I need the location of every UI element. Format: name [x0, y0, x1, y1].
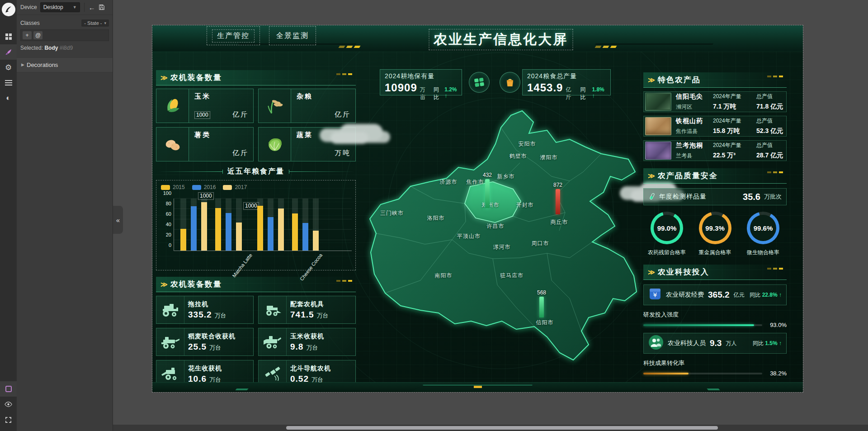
- decor-dashes-icon: [767, 268, 783, 270]
- machine-value: 335.2: [188, 310, 212, 320]
- machinery-panel-2-header: ≫ 农机装备数量: [156, 277, 356, 292]
- bar-fill: [191, 206, 197, 251]
- map-city-label: 商丘市: [551, 218, 568, 226]
- tractor-icon: [156, 296, 184, 323]
- machine-name: 花生收获机: [188, 365, 250, 373]
- y-axis-tick: 40: [166, 222, 174, 227]
- at-rule-button[interactable]: @: [33, 31, 42, 39]
- panel-collapse-button[interactable]: «: [113, 206, 123, 234]
- add-class-button[interactable]: +: [23, 31, 32, 39]
- selected-element-id: #i8d9: [60, 45, 73, 51]
- bar: [292, 199, 298, 251]
- legend-item[interactable]: 2016: [192, 184, 216, 190]
- crop-bottom: 万吨: [297, 149, 351, 157]
- product-value-col: 总产值52.3 亿元: [756, 117, 783, 135]
- visibility-eye-icon[interactable]: [0, 397, 17, 412]
- crop-card: 杂粮亿斤: [258, 89, 356, 123]
- contrast-theme-icon[interactable]: ◐: [0, 90, 17, 106]
- machine-unit: 万台: [317, 312, 329, 320]
- map-data-marker: 872: [553, 182, 562, 214]
- field-icon: [469, 72, 490, 93]
- classes-label: Classes: [20, 20, 40, 26]
- machine-value-row: 25.5万台: [188, 342, 250, 352]
- crop-name: 杂粮: [297, 92, 351, 101]
- gauge-donut: 99.0%: [651, 212, 683, 244]
- chevrons-icon: ≫: [648, 268, 654, 276]
- quality-gauge: 99.6%微生物合格率: [741, 212, 785, 256]
- layout-grid-icon[interactable]: [0, 29, 17, 44]
- right-column: ≫ 特色农产品 信阳毛尖浉河区2024年产量7.1 万吨总产值71.8 亿元铁棍…: [643, 72, 787, 377]
- progress-row: 93.0%: [643, 322, 787, 328]
- machine-value-row: 9.8万台: [290, 342, 352, 352]
- progress-fill: [643, 373, 689, 374]
- legend-item[interactable]: 2015: [161, 184, 185, 190]
- grain-production-chart: 201520162017 1000 1000 020406080100Match…: [156, 180, 356, 270]
- map-data-marker: 432: [483, 172, 492, 208]
- marker-value: 568: [537, 289, 546, 296]
- chevrons-icon: ≫: [160, 74, 166, 82]
- class-input[interactable]: + @: [20, 29, 109, 41]
- device-label: Device: [20, 4, 37, 10]
- output-value: 71.8 亿元: [756, 103, 783, 111]
- grain-output-stat-box: 2024粮食总产量 1453.9 亿斤 同比 1.8% ↑: [522, 69, 611, 95]
- gauge-hole: 99.6%: [750, 215, 776, 241]
- corn-icon: [156, 89, 189, 123]
- decorations-section-toggle[interactable]: ▶ Decorations: [17, 57, 113, 72]
- machine-row: 稻麦联合收获机25.5万台: [156, 328, 254, 356]
- machinery-panel-1-header: ≫ 农机装备数量: [156, 70, 356, 85]
- machine-value-row: 335.2万台: [188, 310, 250, 320]
- henan-province-map: 安阳市鹤壁市濮阳市新乡市济源市焦作市郑州市开封市商丘市三门峡市洛阳市许昌市平顶山…: [357, 109, 642, 375]
- scrollbar-thumb[interactable]: [286, 426, 718, 430]
- potato-icon: [156, 128, 189, 161]
- product-name: 信阳毛尖: [676, 93, 708, 101]
- fullscreen-expand-icon[interactable]: [0, 412, 17, 427]
- crop-unit: 亿斤: [232, 110, 249, 119]
- products-list: 信阳毛尖浉河区2024年产量7.1 万吨总产值71.8 亿元铁棍山药焦作温县20…: [643, 91, 787, 161]
- device-select[interactable]: Desktop▼: [40, 2, 80, 12]
- map-city-label: 平顶山市: [457, 232, 481, 240]
- bar-fill: [236, 223, 242, 251]
- product-photo: [645, 117, 671, 135]
- tech-unit: 万人: [726, 340, 736, 347]
- crop-info: 薯类亿斤: [189, 128, 253, 161]
- yield-value: 15.8 万吨: [713, 127, 752, 135]
- map-city-label: 周口市: [532, 240, 549, 247]
- bar-fill: [278, 208, 284, 251]
- settings-gear-icon[interactable]: ⚙: [0, 60, 17, 75]
- bar: [236, 199, 242, 251]
- yield-label: 2024年产量: [713, 93, 752, 100]
- pinegrow-logo-icon[interactable]: [2, 3, 15, 16]
- chevrons-icon: ≫: [160, 280, 166, 289]
- tech-stat-row: 农业科技人员9.3万人同比 1.5% ↑: [643, 333, 787, 354]
- crop-card: 薯类亿斤: [156, 127, 254, 161]
- back-arrow-icon[interactable]: ←: [89, 4, 95, 11]
- map-city-label: 开封市: [516, 201, 534, 209]
- gauge-percent: 99.0%: [657, 224, 677, 232]
- cloud-decoration: [330, 132, 368, 144]
- combine-icon: [156, 328, 184, 355]
- tab-production-control[interactable]: 生产管控: [207, 26, 260, 45]
- product-row: 铁棍山药焦作温县2024年产量15.8 万吨总产值52.3 亿元: [643, 116, 787, 137]
- save-floppy-icon[interactable]: [99, 4, 105, 10]
- chart-plot-area: 020406080100Matcha LatteCheese Cocoa: [174, 199, 352, 251]
- legend-label: 2017: [235, 184, 247, 190]
- select-element-icon[interactable]: [0, 381, 17, 397]
- machine-name: 稻麦联合收获机: [188, 332, 250, 341]
- farmland-stat-box: 2024耕地保有量 10909 万亩 同比 1.2% ↑: [380, 69, 462, 95]
- legend-item[interactable]: 2017: [223, 184, 247, 190]
- quality-gauge: 99.3%重金属合格率: [693, 212, 737, 256]
- progress-track: [643, 373, 762, 374]
- grain-stalk-icon: [259, 89, 291, 123]
- style-brush-icon[interactable]: [0, 44, 17, 60]
- map-city-label: 焦作市: [467, 178, 484, 186]
- editor-side-panel: Device Desktop▼ ← Classes - State -▾ + @…: [17, 0, 113, 431]
- tab-panoramic-monitoring[interactable]: 全景监测: [269, 26, 316, 45]
- grain-output-value: 1453.9: [527, 81, 563, 94]
- state-dropdown[interactable]: - State -▾: [81, 19, 109, 27]
- menu-hamburger-icon[interactable]: [0, 75, 17, 90]
- map-city-label: 洛阳市: [427, 214, 445, 222]
- bar-fill: [180, 229, 186, 251]
- annual-sample-row: 年度检测样品量 35.6 万批次: [643, 188, 787, 205]
- crop-value[interactable]: 1000: [194, 111, 210, 119]
- y-axis-tick: 100: [163, 190, 174, 196]
